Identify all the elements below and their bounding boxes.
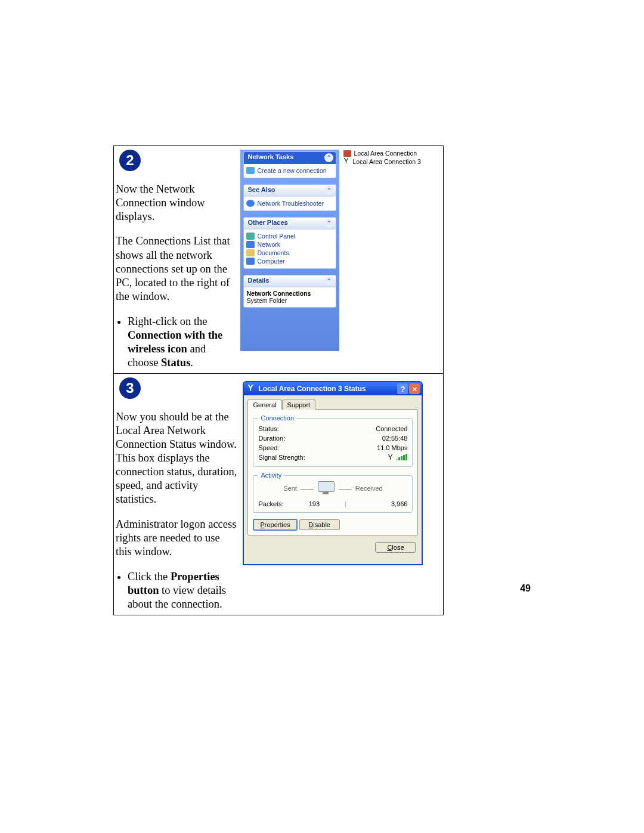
sidebar-item-control-panel[interactable]: Control Panel (246, 232, 333, 240)
wireless-icon (247, 385, 256, 393)
value-duration: 02:55:48 (382, 435, 408, 442)
legend-connection: Connection (258, 414, 296, 422)
tab-support[interactable]: Support (282, 400, 316, 410)
collapse-icon[interactable]: ⌃ (324, 219, 333, 228)
folder-icon (246, 249, 255, 256)
sidebar-header-details: Details⌃ (244, 275, 336, 287)
label-duration: Duration: (258, 435, 285, 442)
sidebar-item-troubleshooter[interactable]: Network Troubleshooter (246, 199, 333, 208)
step-3-para-2: Administrator logon access rights are ne… (116, 518, 237, 559)
label-sent: Sent (283, 485, 297, 492)
wireless-icon (343, 159, 350, 165)
step-3-bullet: Click the Properties button to view deta… (128, 570, 237, 611)
connection-item-wired[interactable]: Local Area Connection (343, 150, 420, 157)
sidebar-item-create-connection[interactable]: Create a new connection (246, 166, 333, 175)
sidebar-header-seealso: See Also⌃ (244, 185, 336, 197)
sidebar-group-seealso: See Also⌃ Network Troubleshooter (243, 184, 336, 211)
signal-strength-icon (388, 454, 407, 462)
tab-general[interactable]: General (247, 400, 281, 410)
value-speed: 11.0 Mbps (377, 444, 407, 451)
nic-icon (343, 150, 351, 157)
dialog-titlebar: Local Area Connection 3 Status ? × (244, 382, 422, 395)
properties-button[interactable]: Properties (253, 519, 297, 531)
network-icon (246, 241, 255, 248)
step-2-para-1: Now the Network Connection window displa… (116, 182, 237, 224)
sidebar-header-tasks: Network Tasks⌃ (244, 152, 336, 164)
step-3-badge: 3 (119, 377, 141, 399)
step-2-row: 2 Now the Network Connection window disp… (114, 146, 444, 374)
collapse-icon[interactable]: ⌃ (324, 277, 333, 286)
close-icon[interactable]: × (409, 383, 420, 394)
details-line-2: System Folder (246, 297, 333, 304)
step-2-bullet: Right-click on the Connection with the w… (128, 315, 237, 370)
legend-activity: Activity (258, 472, 284, 479)
dialog-title: Local Area Connection 3 Status (258, 385, 366, 393)
step-3-screenshot-cell: Local Area Connection 3 Status ? × Gener… (240, 374, 443, 615)
dialog-tabs: GeneralSupport (244, 395, 422, 409)
value-packets-received: 3,966 (346, 500, 407, 507)
connections-list: Local Area Connection Local Area Connect… (343, 150, 420, 166)
sidebar-group-other-places: Other Places⌃ Control Panel Network Docu… (243, 217, 336, 269)
collapse-icon[interactable]: ⌃ (324, 153, 333, 162)
sidebar-item-documents[interactable]: Documents (246, 249, 333, 257)
page-number: 49 (520, 583, 531, 594)
value-packets-sent: 193 (284, 500, 345, 507)
status-dialog: Local Area Connection 3 Status ? × Gener… (243, 381, 423, 565)
sidebar-group-tasks: Network Tasks⌃ Create a new connection (243, 151, 336, 178)
sidebar-item-network[interactable]: Network (246, 240, 333, 249)
help-button[interactable]: ? (397, 383, 408, 394)
close-button[interactable]: Close (375, 542, 416, 553)
status-dialog-screenshot: Local Area Connection 3 Status ? × Gener… (243, 381, 428, 566)
sidebar-item-computer[interactable]: Computer (246, 257, 333, 265)
label-speed: Speed: (258, 444, 279, 451)
info-icon (246, 200, 255, 207)
group-connection: Connection Status:Connected Duration:02:… (253, 414, 413, 467)
sidebar-group-details: Details⌃ Network Connections System Fold… (243, 275, 336, 308)
group-activity: Activity . Sent —— —— Received (253, 472, 413, 513)
sidebar-header-other: Other Places⌃ (244, 218, 336, 230)
step-3-para-1: Now you should be at the Local Area Netw… (116, 410, 237, 507)
step-2-text-cell: 2 Now the Network Connection window disp… (114, 146, 241, 374)
network-connections-screenshot: Network Tasks⌃ Create a new connection S… (240, 150, 437, 351)
computer-icon (246, 258, 255, 265)
step-2-screenshot-cell: Network Tasks⌃ Create a new connection S… (240, 146, 443, 374)
label-signal: Signal Strength: (258, 454, 305, 462)
value-status: Connected (376, 425, 407, 432)
label-received: Received (355, 485, 383, 492)
disable-button[interactable]: Disable (299, 519, 340, 530)
details-line-1: Network Connections (246, 290, 333, 297)
xp-sidebar: Network Tasks⌃ Create a new connection S… (240, 150, 339, 351)
step-2-badge: 2 (119, 150, 141, 171)
steps-table: 2 Now the Network Connection window disp… (113, 145, 444, 615)
collapse-icon[interactable]: ⌃ (324, 186, 333, 195)
step-3-row: 3 Now you should be at the Local Area Ne… (114, 374, 444, 615)
wizard-icon (246, 167, 255, 174)
tab-panel-general: Connection Status:Connected Duration:02:… (247, 409, 418, 536)
label-status: Status: (258, 425, 278, 432)
step-2-para-2: The Connections List that shows all the … (116, 234, 237, 304)
label-packets: Packets: (258, 500, 283, 507)
connection-item-wireless[interactable]: Local Area Connection 3 (343, 158, 420, 165)
activity-icon (317, 481, 335, 496)
step-3-text-cell: 3 Now you should be at the Local Area Ne… (114, 374, 241, 615)
control-panel-icon (246, 233, 255, 240)
